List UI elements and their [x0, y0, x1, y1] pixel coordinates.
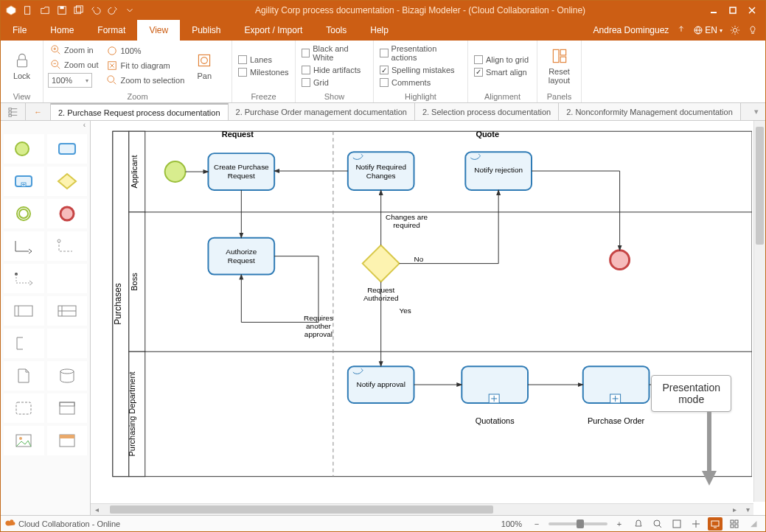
lane-boss: Boss: [130, 273, 139, 291]
align-grid-check[interactable]: Align to grid: [473, 55, 530, 65]
svg-text:AuthorizeRequest: AuthorizeRequest: [226, 248, 257, 265]
svg-rect-32: [59, 144, 75, 154]
tooltip-arrow-icon: [702, 412, 717, 486]
pal-pool[interactable]: [4, 296, 44, 326]
pal-intermediate-event[interactable]: [4, 199, 44, 228]
reset-layout-button[interactable]: Reset layout: [542, 43, 577, 88]
file-menu[interactable]: File: [1, 20, 38, 41]
svg-rect-1: [25, 7, 30, 15]
app-window: Agility Corp process documentation - Biz…: [0, 0, 766, 532]
pal-group[interactable]: [4, 393, 44, 423]
qat-dropdown-icon[interactable]: [122, 3, 137, 18]
zoom-plus-button[interactable]: +: [612, 517, 627, 531]
bulb-icon[interactable]: [748, 25, 758, 35]
pal-assoc[interactable]: [4, 264, 44, 293]
zoom-readout[interactable]: 100%: [498, 519, 525, 528]
pan-button[interactable]: Pan: [190, 48, 218, 83]
doctab-dropdown[interactable]: ▾: [748, 103, 765, 120]
zoom-slider[interactable]: [549, 522, 607, 525]
doctab-3[interactable]: 2. Nonconformity Management documentatio…: [559, 103, 741, 120]
lock-button[interactable]: Lock: [8, 48, 36, 83]
pal-milestone[interactable]: [47, 393, 88, 423]
zoom-minus-button[interactable]: −: [529, 517, 544, 531]
doctab-1[interactable]: 2. Purchase Order management documentati…: [229, 103, 415, 120]
doctab-2[interactable]: 2. Selection process documentation: [415, 103, 559, 120]
svg-point-94: [654, 520, 660, 526]
pal-end-event[interactable]: [47, 199, 88, 228]
horizontal-scrollbar[interactable]: ◂▸▾: [91, 503, 753, 515]
hl-spell-check[interactable]: ✓Spelling mistakes: [378, 65, 463, 75]
sb-zoomfit-icon[interactable]: [650, 517, 665, 531]
palette-collapse-icon[interactable]: ‹: [1, 121, 90, 131]
gear-icon[interactable]: [730, 25, 740, 35]
pal-data-object[interactable]: [4, 361, 44, 391]
open-icon[interactable]: [38, 3, 52, 18]
presentation-mode-button[interactable]: [708, 517, 723, 531]
show-grid-check[interactable]: Grid: [300, 77, 369, 88]
pal-msg-flow[interactable]: [47, 231, 88, 261]
diagram-overview-icon[interactable]: [1, 103, 26, 120]
tab-tools[interactable]: Tools: [314, 20, 358, 41]
pal-subprocess[interactable]: [4, 167, 44, 196]
pal-seq-flow[interactable]: [4, 231, 44, 261]
new-icon[interactable]: [21, 3, 35, 18]
tab-publish[interactable]: Publish: [180, 20, 232, 41]
tab-view[interactable]: View: [137, 20, 180, 41]
tab-format[interactable]: Format: [86, 20, 137, 41]
svg-rect-11: [17, 60, 27, 67]
pal-annotation[interactable]: [4, 329, 44, 358]
tab-home[interactable]: Home: [38, 20, 86, 41]
sb-bell-icon[interactable]: [631, 517, 646, 531]
zoom-100-button[interactable]: 100%: [104, 44, 187, 57]
zoom-selection-button[interactable]: Zoom to selection: [104, 74, 187, 87]
sb-fit-icon[interactable]: [669, 517, 684, 531]
app-icon[interactable]: [4, 3, 18, 18]
sb-layout-icon[interactable]: [727, 517, 742, 531]
svg-line-17: [58, 66, 60, 69]
svg-rect-96: [673, 520, 680, 528]
resize-grip-icon[interactable]: ◢: [746, 517, 761, 531]
milestone-quote: Quote: [476, 130, 499, 139]
pal-data-store[interactable]: [47, 361, 88, 391]
pal-gateway[interactable]: [47, 167, 88, 196]
pal-header[interactable]: [47, 426, 88, 455]
hl-pres-check[interactable]: Presentation actions: [378, 43, 463, 63]
pal-lane[interactable]: [47, 296, 88, 326]
saveall-icon[interactable]: [72, 3, 86, 18]
undo-icon[interactable]: [88, 3, 103, 18]
zoom-combo[interactable]: 100%▾: [48, 73, 92, 88]
canvas-wrap: Purchases Applicant Boss Purchasing Depa…: [91, 121, 765, 515]
svg-point-41: [58, 239, 60, 242]
group-align-label: Alignment: [468, 91, 537, 102]
diagram-canvas[interactable]: Purchases Applicant Boss Purchasing Depa…: [91, 121, 752, 502]
tab-export-import[interactable]: Export / Import: [233, 20, 315, 41]
sync-icon[interactable]: [676, 25, 686, 35]
zoom-out-button[interactable]: Zoom out: [48, 58, 101, 71]
doctab-active[interactable]: 2. Purchase Request process documentatio…: [51, 103, 229, 120]
hl-comments-check[interactable]: Comments: [378, 77, 463, 88]
language-selector[interactable]: EN▾: [694, 25, 723, 35]
save-icon[interactable]: [55, 3, 69, 18]
minimize-button[interactable]: [705, 3, 723, 18]
pal-image[interactable]: [4, 426, 44, 455]
smart-align-check[interactable]: ✓Smart align: [473, 67, 530, 77]
svg-line-13: [58, 52, 60, 55]
fit-diagram-button[interactable]: Fit to diagram: [104, 59, 187, 72]
maximize-button[interactable]: [724, 3, 742, 18]
sb-pan-icon[interactable]: [689, 517, 703, 531]
tab-help[interactable]: Help: [358, 20, 400, 41]
show-hide-check[interactable]: Hide artifacts: [300, 65, 369, 75]
redo-icon[interactable]: [105, 3, 120, 18]
freeze-milestones-check[interactable]: Milestones: [237, 67, 290, 77]
user-name[interactable]: Andrea Dominguez: [593, 25, 669, 35]
freeze-lanes-check[interactable]: Lanes: [237, 55, 290, 65]
milestone-request: Request: [222, 130, 254, 139]
svg-rect-55: [60, 435, 74, 438]
pal-start-event[interactable]: [4, 134, 44, 164]
back-button[interactable]: ←: [26, 103, 51, 120]
close-button[interactable]: [743, 3, 761, 18]
show-bw-check[interactable]: Black and White: [300, 43, 369, 63]
vertical-scrollbar[interactable]: [753, 121, 765, 502]
zoom-in-button[interactable]: Zoom in: [48, 43, 101, 57]
pal-task[interactable]: [47, 134, 88, 164]
